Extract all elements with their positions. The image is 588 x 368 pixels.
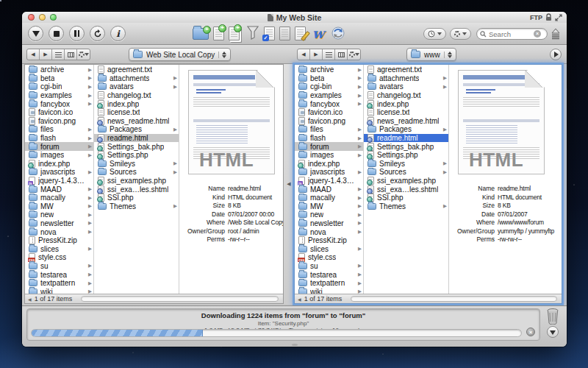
list-item[interactable]: PressKit.zip	[25, 236, 93, 245]
mirror-wave-icon[interactable]	[310, 26, 326, 40]
list-view-button[interactable]	[323, 49, 335, 60]
list-item[interactable]: avatars	[364, 82, 448, 91]
list-item[interactable]: ssi_exa…les.shtml	[364, 185, 448, 194]
filter-funnel-icon[interactable]	[246, 25, 259, 40]
list-item[interactable]: style.css	[295, 253, 363, 262]
list-item[interactable]: favicon.png	[295, 117, 363, 126]
list-item[interactable]: readme.html	[94, 134, 179, 143]
clear-search-icon[interactable]	[534, 30, 541, 38]
list-item[interactable]: Smileys	[364, 160, 448, 169]
list-item[interactable]: license.txt	[364, 108, 448, 117]
list-item[interactable]: cgi-bin	[25, 82, 93, 91]
list-item[interactable]: files	[295, 125, 363, 134]
column-view-button[interactable]	[65, 49, 77, 60]
list-item[interactable]: Settings.php	[94, 151, 179, 160]
list-item[interactable]: MW	[25, 202, 93, 211]
list-item[interactable]: favicon.ico	[25, 108, 93, 117]
list-item[interactable]: forum	[25, 142, 93, 151]
horizontal-scrollbar[interactable]	[81, 296, 279, 302]
list-item[interactable]: changelog.txt	[364, 91, 448, 100]
new-folder-button[interactable]	[193, 28, 209, 40]
list-item[interactable]: beta	[295, 74, 363, 83]
list-item[interactable]: macally	[25, 194, 93, 202]
zoom-button[interactable]	[50, 14, 57, 21]
list-item[interactable]: MAAD	[25, 185, 93, 194]
sync-icon[interactable]	[331, 26, 345, 40]
list-item[interactable]: javascripts	[25, 168, 93, 177]
window-resize-notch[interactable]	[292, 344, 298, 346]
local-path-popup[interactable]: Web Site Local Copy	[129, 48, 231, 61]
list-item[interactable]: textpattern	[295, 279, 363, 288]
list-item[interactable]: su	[295, 262, 363, 271]
list-item[interactable]: wiki	[25, 287, 93, 294]
list-item[interactable]: cgi-bin	[295, 82, 363, 91]
forward-button[interactable]: ▶	[40, 49, 52, 60]
list-item[interactable]: MW	[295, 202, 363, 211]
back-button[interactable]: ◀	[27, 49, 40, 60]
list-item[interactable]: Sources	[364, 168, 448, 177]
list-item[interactable]: ssi_examples.php	[94, 177, 179, 185]
list-item[interactable]: Smileys	[94, 160, 179, 169]
list-item[interactable]: index.php	[295, 160, 363, 169]
horizontal-scrollbar[interactable]	[351, 296, 557, 302]
list-item[interactable]: examples	[25, 91, 93, 100]
list-item[interactable]: forum	[295, 142, 363, 151]
list-item[interactable]: new	[295, 210, 363, 219]
list-item[interactable]: license.txt	[94, 108, 179, 117]
scroll-left-icon[interactable]: ◀	[28, 297, 32, 302]
list-item[interactable]: agreement.txt	[94, 66, 179, 74]
duplicate-file-button[interactable]	[229, 26, 240, 40]
cancel-transfer-button[interactable]	[526, 328, 535, 336]
list-item[interactable]: flash	[295, 134, 363, 143]
list-item[interactable]: agreement.txt	[364, 66, 448, 74]
list-item[interactable]: ssi_exa…les.shtml	[94, 185, 179, 194]
list-item[interactable]: examples	[295, 91, 363, 100]
checklist-file-button[interactable]	[264, 26, 275, 40]
search-input[interactable]	[489, 30, 531, 38]
list-item[interactable]: Settings_bak.php	[364, 142, 448, 151]
list-item[interactable]: wiki	[295, 287, 363, 294]
list-item[interactable]: Settings_bak.php	[94, 142, 179, 151]
list-item[interactable]: attachments	[364, 74, 448, 83]
list-item[interactable]: Sources	[94, 168, 179, 177]
local-folder-column[interactable]: archivebetacgi-binexamplesfancyboxfavico…	[25, 65, 94, 294]
list-item[interactable]: index.php	[364, 99, 448, 108]
list-item[interactable]: archive	[25, 66, 93, 74]
list-item[interactable]: index.php	[25, 160, 93, 169]
list-item[interactable]: index.php	[94, 99, 179, 108]
list-item[interactable]: fancybox	[295, 99, 363, 108]
list-item[interactable]: images	[295, 151, 363, 160]
list-item[interactable]: MAAD	[295, 185, 363, 194]
minimize-button[interactable]	[39, 14, 46, 21]
scroll-left-icon[interactable]: ◀	[298, 297, 301, 302]
list-item[interactable]: testarea	[25, 270, 93, 279]
trash-icon[interactable]	[545, 308, 560, 325]
stop-button[interactable]	[49, 26, 64, 41]
search-field[interactable]	[476, 28, 548, 40]
forward-button[interactable]: ▶	[310, 49, 323, 60]
list-item[interactable]: favicon.ico	[295, 108, 363, 117]
list-item[interactable]: slices	[295, 244, 363, 253]
list-item[interactable]: readme.html	[364, 134, 448, 143]
list-item[interactable]: changelog.txt	[94, 91, 179, 100]
list-item[interactable]: flash	[25, 134, 93, 143]
list-item[interactable]: testarea	[295, 270, 363, 279]
list-item[interactable]: Settings.php	[364, 151, 448, 160]
transfer-queue-eject-button[interactable]	[551, 28, 561, 40]
remote-path-popup[interactable]: www	[406, 48, 456, 61]
pause-button[interactable]	[69, 26, 85, 41]
column-view-button[interactable]	[335, 49, 348, 60]
back-button[interactable]: ◀	[298, 49, 310, 60]
remote-folder-column[interactable]: archivebetacgi-binexamplesfancyboxfavico…	[295, 65, 364, 294]
list-item[interactable]: news_readme.html	[94, 117, 179, 126]
download-button[interactable]	[28, 26, 43, 41]
list-item[interactable]: attachments	[94, 74, 179, 83]
local-file-column[interactable]: agreement.txtattachmentsavatarschangelog…	[94, 65, 179, 294]
list-item[interactable]: Themes	[94, 202, 179, 211]
list-item[interactable]: Packages	[364, 125, 448, 134]
list-item[interactable]: slices	[25, 244, 93, 253]
fullscreen-icon[interactable]	[555, 14, 562, 21]
list-item[interactable]: images	[25, 151, 93, 160]
list-item[interactable]: nova	[295, 227, 363, 236]
list-item[interactable]: macally	[295, 194, 363, 202]
